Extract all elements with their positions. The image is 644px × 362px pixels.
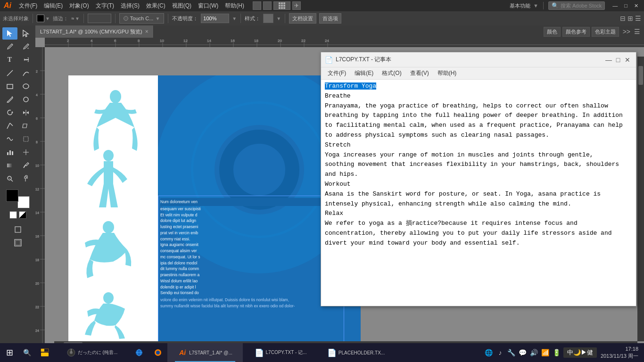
menu-object[interactable]: 对象(O) (66, 1, 91, 11)
gradient-tool-btn[interactable] (2, 159, 17, 172)
foreground-color-box[interactable] (6, 189, 18, 202)
pen-tool-btn[interactable] (2, 41, 17, 53)
select-tool-btn[interactable] (2, 27, 17, 40)
warp-tool-btn[interactable] (2, 133, 17, 145)
line-tool-btn[interactable] (2, 67, 17, 79)
add-anchor-btn[interactable]: + (18, 41, 33, 53)
full-screen-btn[interactable] (10, 237, 25, 249)
rotate-tool-btn[interactable] (2, 107, 17, 119)
rect-tool-btn[interactable] (2, 80, 17, 92)
window-minimize-btn[interactable]: — (611, 3, 619, 8)
menu-effect[interactable]: 效果(C) (143, 1, 168, 11)
color-theme-panel-btn[interactable]: 色彩主题 (592, 27, 619, 37)
type-tool-btn[interactable]: T (2, 54, 17, 66)
menu-select[interactable]: 选择(S) (118, 1, 142, 11)
tray-icon-5[interactable]: 🔊 (529, 348, 539, 357)
direct-select-tool-btn[interactable] (18, 27, 33, 40)
reflect-tool-btn[interactable] (18, 107, 33, 119)
np-menu-help[interactable]: 帮助(H) (434, 68, 461, 78)
notepad-content-area[interactable]: Transform Yoga Breathe Pranayama, the yo… (321, 80, 636, 306)
notepad-restore-btn[interactable]: □ (613, 55, 623, 65)
menu-edit[interactable]: 编辑(E) (41, 1, 66, 11)
preferences-btn[interactable]: 首选项 (319, 13, 341, 24)
lorem-text-box[interactable]: Num doloreetum ven esequam ver suscipist… (158, 196, 344, 348)
np-menu-format[interactable]: 格式(O) (378, 68, 405, 78)
notepad-close-btn[interactable]: ✕ (623, 55, 632, 65)
touch-button[interactable]: Touch C... ▼ (119, 13, 164, 24)
ellipse-tool-btn[interactable] (18, 80, 33, 92)
window-close-btn[interactable]: ✕ (632, 3, 640, 9)
none-fill-icon[interactable] (9, 211, 17, 219)
eyedropper-btn[interactable] (18, 159, 33, 172)
window-restore-btn[interactable]: □ (622, 3, 629, 8)
vertical-scrollbar[interactable] (637, 57, 644, 341)
tray-time[interactable]: 17:18 2013/11/13 周一 (599, 346, 640, 360)
tray-icon-network[interactable]: 📶 (541, 348, 550, 357)
tray-icon-3[interactable]: 🔧 (507, 348, 516, 357)
menu-file[interactable]: 文件(F) (16, 1, 40, 11)
search-label[interactable]: 搜索 Adobe Stock (561, 2, 602, 9)
scale-tool-btn[interactable] (2, 120, 17, 132)
vertical-type-btn[interactable]: T (18, 54, 33, 66)
svg-point-3 (23, 84, 29, 89)
np-menu-file[interactable]: 文件(F) (324, 68, 350, 78)
tray-icon-2[interactable]: ♪ (495, 348, 505, 357)
mesh-tool-btn[interactable] (18, 146, 33, 158)
background-color-box[interactable] (17, 196, 30, 208)
align-icon[interactable]: ⊟ (620, 15, 626, 22)
taskbar-notepad1[interactable]: 📄 L7COPY.TXT - 记... (243, 343, 318, 362)
fill-color-swatch[interactable]: ▼ (37, 15, 50, 22)
touch-dropdown-icon[interactable]: ▼ (155, 16, 160, 21)
taskbar-search-btn[interactable]: 🔍 (19, 343, 35, 362)
arc-tool-btn[interactable] (18, 67, 33, 79)
swap-colors-icon[interactable] (19, 211, 26, 219)
document-tab[interactable]: L7START_1.AI* @ 100% (CMYK/GPU 预览) × (35, 25, 154, 38)
hand-tool-btn[interactable] (18, 173, 33, 185)
color-panel-btn[interactable]: 颜色 (544, 27, 561, 37)
panel-menu-icon[interactable]: ☰ (634, 28, 640, 35)
notepad-minimize-btn[interactable]: — (604, 55, 613, 65)
zoom-tool-btn[interactable]: + (2, 173, 17, 185)
style-dropdown-icon[interactable]: ▼ (276, 16, 281, 21)
blob-brush-btn[interactable] (18, 93, 33, 106)
ime-indicator[interactable]: 中🌙▶健 (563, 347, 597, 358)
column-graph-btn[interactable] (2, 146, 17, 158)
svg-text:16: 16 (35, 235, 39, 238)
doc-settings-btn[interactable]: 文档设置 (289, 13, 316, 24)
taskbar-ie[interactable] (130, 343, 149, 362)
paintbrush-btn[interactable] (2, 93, 17, 106)
free-transform-btn[interactable] (18, 133, 33, 145)
taskbar-notepad2[interactable]: 📄 PLACEHOLDER.TX... (318, 343, 394, 362)
np-menu-edit[interactable]: 编辑(E) (351, 68, 377, 78)
lorem-line-3: Et velit nim vulpute d (160, 212, 342, 218)
style-swatch[interactable] (263, 14, 273, 23)
tray-icon-battery[interactable]: 🔋 (552, 348, 561, 357)
svg-text:2: 2 (36, 70, 38, 73)
panel-expand-icon[interactable]: >> (623, 28, 630, 35)
options-icon[interactable]: ☰ (635, 15, 641, 22)
transform-icon[interactable]: ⊞ (627, 15, 633, 22)
tray-icon-4[interactable]: 💬 (518, 348, 528, 357)
search-icon: 🔍 (552, 2, 559, 9)
basic-feature-label[interactable]: 基本功能 (510, 2, 530, 9)
color-ref-panel-btn[interactable]: 颜色参考 (562, 27, 590, 37)
taskbar-illustrator[interactable]: Ai L7START_1.AI* @... (167, 343, 243, 362)
taskbar-explorer[interactable] (35, 343, 54, 362)
opacity-input[interactable] (201, 14, 229, 23)
menu-help[interactable]: 帮助(H) (222, 1, 247, 11)
fill-area[interactable] (88, 14, 111, 23)
shear-tool-btn[interactable] (18, 120, 33, 132)
taskbar-music-app[interactable]: だったのに (纯音... (54, 343, 130, 362)
taskbar-firefox[interactable] (149, 343, 167, 362)
np-menu-view[interactable]: 查看(V) (406, 68, 433, 78)
start-button[interactable]: ⊞ (0, 343, 19, 362)
menu-text[interactable]: 文字(T) (93, 1, 117, 11)
switch-screen-btn[interactable] (10, 223, 25, 236)
opacity-dropdown-icon[interactable]: ▼ (232, 16, 237, 21)
v-scrollbar-thumb[interactable] (638, 66, 643, 85)
tray-icon-1[interactable]: 🌐 (484, 348, 494, 357)
menu-window[interactable]: 窗口(W) (195, 1, 221, 11)
stroke-width-selector[interactable]: ≈ ▼ (71, 16, 80, 21)
doc-tab-close-btn[interactable]: × (145, 28, 149, 35)
menu-view[interactable]: 视图(Q) (169, 1, 194, 11)
